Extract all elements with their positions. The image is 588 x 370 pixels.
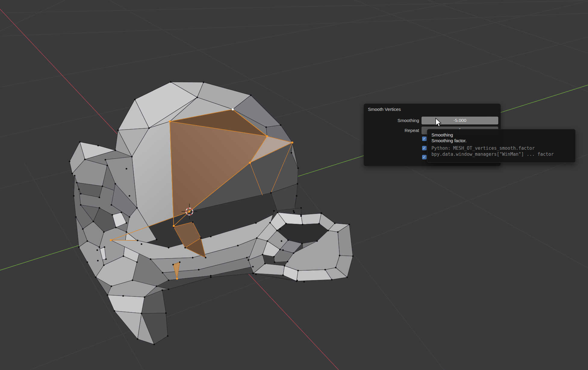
tooltip-python-reference: Python: MESH_OT_vertices_smooth.factor — [431, 145, 571, 151]
repeat-label: Repeat — [364, 127, 419, 134]
smoothing-slider[interactable]: -5.000 — [422, 117, 498, 124]
tooltip: Smoothing Smoothing factor. Python: MESH… — [427, 129, 576, 163]
active-vertex — [232, 108, 234, 111]
axis-checkbox-2[interactable]: ✓ — [422, 146, 427, 150]
axis-checkbox-3[interactable]: ✓ — [422, 155, 427, 159]
mouse-cursor-icon — [434, 117, 441, 127]
check-icon: ✓ — [422, 136, 427, 141]
check-icon: ✓ — [422, 155, 427, 159]
panel-title: Smooth Vertices — [368, 107, 401, 112]
mesh-suzanne-editmode[interactable] — [70, 82, 353, 344]
tooltip-description: Smoothing factor. — [431, 138, 571, 143]
smoothing-label: Smoothing — [364, 117, 419, 124]
blender-3d-viewport[interactable]: Smooth Vertices Smoothing -5.000 Repeat … — [0, 0, 588, 370]
tooltip-title: Smoothing — [431, 132, 571, 138]
viewport-canvas[interactable] — [0, 0, 588, 370]
tooltip-python-path: bpy.data.window_managers["WinMan"] ... f… — [431, 151, 571, 157]
axis-checkbox-1[interactable]: ✓ — [422, 136, 427, 141]
check-icon: ✓ — [422, 146, 427, 150]
